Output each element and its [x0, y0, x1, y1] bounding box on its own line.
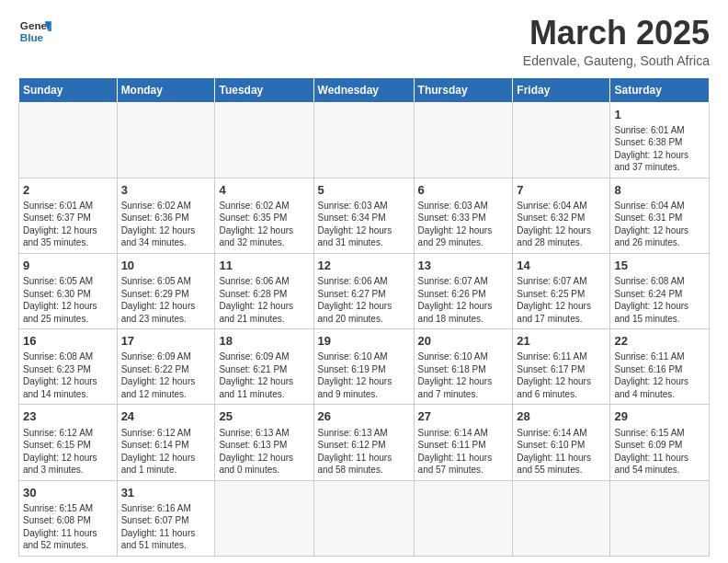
day-number: 8 [614, 182, 705, 199]
day-info: Sunrise: 6:02 AMSunset: 6:36 PMDaylight:… [121, 200, 211, 249]
day-number: 13 [418, 258, 509, 274]
day-info: Sunrise: 6:04 AMSunset: 6:31 PMDaylight:… [614, 200, 705, 249]
calendar-cell [513, 480, 610, 556]
col-header-wednesday: Wednesday [313, 77, 414, 102]
calendar-cell [313, 102, 414, 178]
week-row-4: 23Sunrise: 6:12 AMSunset: 6:15 PMDayligh… [19, 405, 710, 480]
day-number: 4 [219, 182, 309, 199]
calendar-cell: 28Sunrise: 6:14 AMSunset: 6:10 PMDayligh… [513, 405, 610, 480]
calendar-cell [414, 102, 513, 178]
calendar-cell: 26Sunrise: 6:13 AMSunset: 6:12 PMDayligh… [313, 405, 414, 480]
day-number: 16 [23, 333, 113, 350]
calendar-cell: 27Sunrise: 6:14 AMSunset: 6:11 PMDayligh… [414, 405, 513, 480]
calendar-cell [513, 102, 610, 178]
day-number: 11 [219, 258, 309, 274]
calendar-cell: 31Sunrise: 6:16 AMSunset: 6:07 PMDayligh… [117, 480, 215, 556]
day-number: 2 [23, 182, 113, 199]
day-number: 30 [23, 485, 113, 501]
day-info: Sunrise: 6:06 AMSunset: 6:28 PMDaylight:… [219, 275, 309, 325]
calendar-cell: 16Sunrise: 6:08 AMSunset: 6:23 PMDayligh… [19, 329, 118, 405]
calendar-cell: 23Sunrise: 6:12 AMSunset: 6:15 PMDayligh… [19, 405, 118, 480]
calendar-cell: 7Sunrise: 6:04 AMSunset: 6:32 PMDaylight… [513, 178, 610, 253]
calendar-cell: 19Sunrise: 6:10 AMSunset: 6:19 PMDayligh… [313, 329, 414, 405]
day-info: Sunrise: 6:08 AMSunset: 6:23 PMDaylight:… [23, 350, 113, 400]
day-number: 31 [121, 485, 211, 501]
col-header-sunday: Sunday [19, 77, 118, 102]
col-header-thursday: Thursday [414, 77, 513, 102]
day-info: Sunrise: 6:13 AMSunset: 6:13 PMDaylight:… [219, 427, 309, 477]
day-number: 20 [418, 333, 509, 350]
day-number: 24 [121, 408, 211, 425]
day-info: Sunrise: 6:14 AMSunset: 6:10 PMDaylight:… [517, 427, 606, 477]
header: General Blue March 2025 Edenvale, Gauten… [18, 15, 710, 68]
calendar-cell: 9Sunrise: 6:05 AMSunset: 6:30 PMDaylight… [19, 253, 118, 328]
week-row-5: 30Sunrise: 6:15 AMSunset: 6:08 PMDayligh… [19, 480, 710, 556]
day-number: 7 [517, 182, 606, 199]
day-info: Sunrise: 6:01 AMSunset: 6:38 PMDaylight:… [614, 124, 705, 174]
calendar-cell: 25Sunrise: 6:13 AMSunset: 6:13 PMDayligh… [215, 405, 313, 480]
calendar-cell [414, 480, 513, 556]
calendar-cell: 5Sunrise: 6:03 AMSunset: 6:34 PMDaylight… [313, 178, 414, 253]
day-number: 25 [219, 408, 309, 425]
calendar-table: SundayMondayTuesdayWednesdayThursdayFrid… [18, 77, 710, 557]
day-info: Sunrise: 6:02 AMSunset: 6:35 PMDaylight:… [219, 200, 309, 249]
calendar-cell: 3Sunrise: 6:02 AMSunset: 6:36 PMDaylight… [117, 178, 215, 253]
day-info: Sunrise: 6:10 AMSunset: 6:18 PMDaylight:… [418, 350, 509, 400]
calendar-cell: 2Sunrise: 6:01 AMSunset: 6:37 PMDaylight… [19, 178, 118, 253]
calendar-cell: 4Sunrise: 6:02 AMSunset: 6:35 PMDaylight… [215, 178, 313, 253]
day-number: 22 [614, 333, 705, 350]
calendar-body: 1Sunrise: 6:01 AMSunset: 6:38 PMDaylight… [19, 102, 710, 556]
day-info: Sunrise: 6:15 AMSunset: 6:09 PMDaylight:… [614, 427, 705, 477]
main-title: March 2025 [523, 15, 710, 52]
calendar-cell: 21Sunrise: 6:11 AMSunset: 6:17 PMDayligh… [513, 329, 610, 405]
day-info: Sunrise: 6:07 AMSunset: 6:26 PMDaylight:… [418, 275, 509, 325]
day-number: 3 [121, 182, 211, 199]
svg-text:Blue: Blue [20, 31, 44, 43]
day-number: 1 [614, 107, 705, 123]
calendar-cell: 13Sunrise: 6:07 AMSunset: 6:26 PMDayligh… [414, 253, 513, 328]
calendar-header: SundayMondayTuesdayWednesdayThursdayFrid… [19, 77, 710, 102]
calendar-cell: 12Sunrise: 6:06 AMSunset: 6:27 PMDayligh… [313, 253, 414, 328]
day-info: Sunrise: 6:09 AMSunset: 6:22 PMDaylight:… [121, 350, 211, 400]
day-info: Sunrise: 6:05 AMSunset: 6:30 PMDaylight:… [23, 275, 113, 325]
day-info: Sunrise: 6:15 AMSunset: 6:08 PMDaylight:… [23, 502, 113, 552]
week-row-2: 9Sunrise: 6:05 AMSunset: 6:30 PMDaylight… [19, 253, 710, 328]
calendar-cell: 1Sunrise: 6:01 AMSunset: 6:38 PMDaylight… [610, 102, 710, 178]
header-row: SundayMondayTuesdayWednesdayThursdayFrid… [19, 77, 710, 102]
calendar-cell [215, 102, 313, 178]
day-number: 6 [418, 182, 509, 199]
day-info: Sunrise: 6:09 AMSunset: 6:21 PMDaylight:… [219, 350, 309, 400]
title-block: March 2025 Edenvale, Gauteng, South Afri… [523, 15, 710, 68]
day-number: 23 [23, 408, 113, 425]
calendar-cell: 22Sunrise: 6:11 AMSunset: 6:16 PMDayligh… [610, 329, 710, 405]
day-info: Sunrise: 6:04 AMSunset: 6:32 PMDaylight:… [517, 200, 606, 249]
page: General Blue March 2025 Edenvale, Gauten… [0, 0, 728, 563]
day-info: Sunrise: 6:10 AMSunset: 6:19 PMDaylight:… [318, 350, 410, 400]
day-info: Sunrise: 6:06 AMSunset: 6:27 PMDaylight:… [318, 275, 410, 325]
day-number: 17 [121, 333, 211, 350]
day-info: Sunrise: 6:12 AMSunset: 6:15 PMDaylight:… [23, 427, 113, 477]
calendar-cell [19, 102, 118, 178]
day-info: Sunrise: 6:13 AMSunset: 6:12 PMDaylight:… [318, 427, 410, 477]
calendar-cell: 30Sunrise: 6:15 AMSunset: 6:08 PMDayligh… [19, 480, 118, 556]
day-number: 10 [121, 258, 211, 274]
day-info: Sunrise: 6:03 AMSunset: 6:34 PMDaylight:… [318, 200, 410, 249]
calendar-cell: 24Sunrise: 6:12 AMSunset: 6:14 PMDayligh… [117, 405, 215, 480]
calendar-cell: 10Sunrise: 6:05 AMSunset: 6:29 PMDayligh… [117, 253, 215, 328]
calendar-cell: 14Sunrise: 6:07 AMSunset: 6:25 PMDayligh… [513, 253, 610, 328]
calendar-cell: 11Sunrise: 6:06 AMSunset: 6:28 PMDayligh… [215, 253, 313, 328]
calendar-cell: 20Sunrise: 6:10 AMSunset: 6:18 PMDayligh… [414, 329, 513, 405]
day-number: 5 [318, 182, 410, 199]
day-number: 29 [614, 408, 705, 425]
col-header-tuesday: Tuesday [215, 77, 313, 102]
calendar-cell: 29Sunrise: 6:15 AMSunset: 6:09 PMDayligh… [610, 405, 710, 480]
week-row-3: 16Sunrise: 6:08 AMSunset: 6:23 PMDayligh… [19, 329, 710, 405]
day-info: Sunrise: 6:08 AMSunset: 6:24 PMDaylight:… [614, 275, 705, 325]
day-number: 26 [318, 408, 410, 425]
calendar-cell: 8Sunrise: 6:04 AMSunset: 6:31 PMDaylight… [610, 178, 710, 253]
day-info: Sunrise: 6:01 AMSunset: 6:37 PMDaylight:… [23, 200, 113, 249]
day-number: 9 [23, 258, 113, 274]
col-header-saturday: Saturday [610, 77, 710, 102]
day-number: 28 [517, 408, 606, 425]
week-row-0: 1Sunrise: 6:01 AMSunset: 6:38 PMDaylight… [19, 102, 710, 178]
